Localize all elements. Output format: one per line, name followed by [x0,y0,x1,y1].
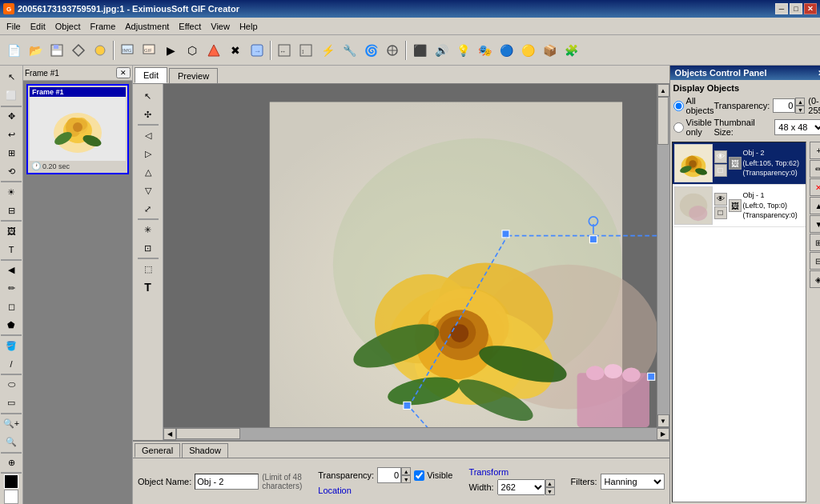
menu-effect[interactable]: Effect [174,20,206,33]
tool-arrow[interactable]: ↖ [0,69,22,86]
all-objects-radio-label[interactable]: All objects [673,96,714,115]
open-button[interactable]: 📂 [25,40,46,61]
tool-transform[interactable]: ⟲ [0,162,22,180]
horizontal-scrollbar[interactable]: ◀ ▶ [163,427,669,440]
tool-image[interactable]: 🖼 [0,222,22,240]
close-button[interactable]: ✕ [804,3,817,14]
tool-move[interactable]: ✥ [0,108,22,126]
tb-icon-9[interactable]: ⬡ [182,40,203,61]
tb-icon-19[interactable]: ⬛ [409,40,430,61]
scroll-right-button[interactable]: ▶ [657,428,669,440]
tool-line[interactable]: / [0,355,22,373]
object-name-input[interactable] [195,474,259,490]
width-spin-up[interactable]: ▲ [545,479,555,487]
tb-icon-20[interactable]: 🔊 [431,40,452,61]
visible-checkbox[interactable] [414,470,424,481]
all-objects-radio[interactable] [673,101,684,111]
scroll-up-button[interactable]: ▲ [657,84,669,97]
tool2-txt[interactable]: T [137,278,159,296]
spin-up[interactable]: ▲ [401,467,411,475]
tb-icon-26[interactable]: 🧩 [561,40,581,61]
tool-rect[interactable]: ▭ [0,394,22,412]
frame-list[interactable]: Frame #1 [23,81,132,504]
minimize-button[interactable]: ─ [775,3,788,14]
tb-icon-5[interactable] [90,40,111,61]
frame-item-1[interactable]: Frame #1 [26,84,129,174]
tb-icon-8[interactable]: ▶ [160,40,181,61]
trans-input[interactable] [773,98,795,113]
width-spin-down[interactable]: ▼ [545,487,555,495]
tool2-select[interactable]: ↖ [137,87,159,105]
width-select[interactable]: 262 [497,479,545,495]
maximize-button[interactable]: □ [790,3,802,14]
tool-flip[interactable]: ⊟ [0,202,22,219]
tb-icon-15[interactable]: ⚡ [317,40,338,61]
tool-select[interactable]: ⬜ [0,87,22,105]
obj-action-6[interactable]: ⊞ [810,234,820,251]
tool2-select2[interactable]: ✣ [137,106,159,123]
tool-zoom-area[interactable]: ⊕ [0,454,22,472]
tb-icon-14[interactable]: ↕ [295,40,316,61]
obj-1-lock-icon[interactable]: □ [714,206,727,219]
tool2-prev[interactable]: ◁ [137,126,159,144]
filters-select[interactable]: Hanning Box Bilinear Bicubic [601,474,665,490]
scroll-down-button[interactable]: ▼ [657,414,669,427]
trans-spin-down[interactable]: ▼ [795,106,805,114]
tb-icon-23[interactable]: 🔵 [496,40,517,61]
tool-eraser[interactable]: ◻ [0,298,22,316]
tb-icon-13[interactable]: ↔ [274,40,295,61]
tool2-sun[interactable]: ✳ [137,221,159,238]
width-spinbox[interactable]: 262 ▲ ▼ [497,479,555,495]
tool-zoom-in[interactable]: 🔍+ [0,415,22,433]
edit-object-button[interactable]: ✏ [810,160,820,178]
tab-general[interactable]: General [135,443,180,458]
tab-shadow[interactable]: Shadow [182,443,228,458]
tb-icon-12[interactable]: → [247,40,267,61]
menu-frame[interactable]: Frame [86,20,121,33]
delete-object-button[interactable]: ✕ [810,178,820,196]
tb-icon-22[interactable]: 🎭 [474,40,495,61]
obj-action-8[interactable]: ◈ [810,270,820,288]
tb-icon-4[interactable] [68,40,89,61]
canvas-area[interactable]: ↻ [163,84,657,427]
tb-icon-18[interactable] [382,40,403,61]
tb-icon-16[interactable]: 🔧 [339,40,360,61]
tool2-crop2[interactable]: ⊡ [137,239,159,257]
foreground-color[interactable] [4,474,18,489]
obj-2-eye-icon[interactable]: 👁 [714,150,727,163]
move-down-button[interactable]: ▼ [810,215,820,233]
move-up-button[interactable]: ▲ [810,197,820,214]
trans-spin-up[interactable]: ▲ [795,98,805,106]
tool-shape[interactable]: ⬟ [0,316,22,334]
tool-draw[interactable]: ✏ [0,280,22,298]
tb-icon-24[interactable]: 🟡 [517,40,538,61]
scroll-left-button[interactable]: ◀ [163,428,176,440]
save-button[interactable] [46,40,67,61]
visible-only-radio-label[interactable]: Visible only [673,118,714,137]
location-link[interactable]: Location [318,486,352,495]
tool2-down[interactable]: ▽ [137,182,159,199]
scroll-thumb-v[interactable] [657,97,669,145]
menu-object[interactable]: Object [50,20,86,33]
obj-item-2[interactable]: 👁 □ 🖼 Obj - 2 (Left:105, Top:62) (Transp… [673,142,806,185]
scroll-track-v[interactable] [657,97,669,414]
transparency-input[interactable] [377,467,401,483]
background-color[interactable] [4,490,18,504]
menu-help[interactable]: Help [235,20,263,33]
scroll-track-h[interactable] [176,428,657,440]
tool-zoom-out[interactable]: 🔍 [0,434,22,451]
tool-prev[interactable]: ◀ [0,262,22,279]
tool-brightness[interactable]: ☀ [0,183,22,201]
tool2-next[interactable]: ▷ [137,145,159,162]
frame-panel-close[interactable]: ✕ [116,67,131,78]
tool-crop[interactable]: ⊞ [0,145,22,162]
tool-oval[interactable]: ⬭ [0,376,22,394]
obj-1-eye-icon[interactable]: 👁 [714,193,727,206]
obj-item-1[interactable]: 👁 □ 🖼 Obj - 1 (Left:0, Top:0) (Transpare… [673,185,806,227]
tb-icon-25[interactable]: 📦 [539,40,560,61]
trans-spinbox[interactable]: ▲ ▼ [773,98,805,114]
visible-only-radio[interactable] [673,122,684,133]
tool2-resize[interactable]: ⤢ [137,200,159,218]
scroll-thumb-h[interactable] [176,428,240,439]
vertical-scrollbar[interactable]: ▲ ▼ [657,84,669,427]
